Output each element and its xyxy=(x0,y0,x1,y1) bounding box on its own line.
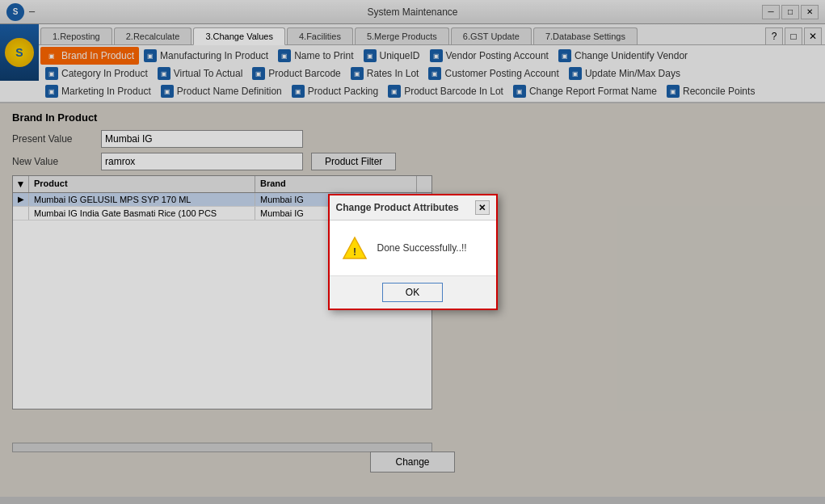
modal-title: Change Product Attributes xyxy=(336,202,459,213)
modal-message: Done Successfully..!! xyxy=(377,242,467,254)
modal-body: ! Done Successfully..!! xyxy=(330,220,496,275)
svg-text:!: ! xyxy=(353,246,356,258)
modal-overlay: Change Product Attributes ✕ ! Done Succe… xyxy=(0,0,825,504)
modal-footer: OK xyxy=(330,275,496,309)
ok-button[interactable]: OK xyxy=(382,283,443,302)
modal-dialog: Change Product Attributes ✕ ! Done Succe… xyxy=(328,194,498,310)
modal-titlebar: Change Product Attributes ✕ xyxy=(330,195,496,220)
modal-close-button[interactable]: ✕ xyxy=(475,200,490,215)
warning-icon: ! xyxy=(342,235,368,261)
